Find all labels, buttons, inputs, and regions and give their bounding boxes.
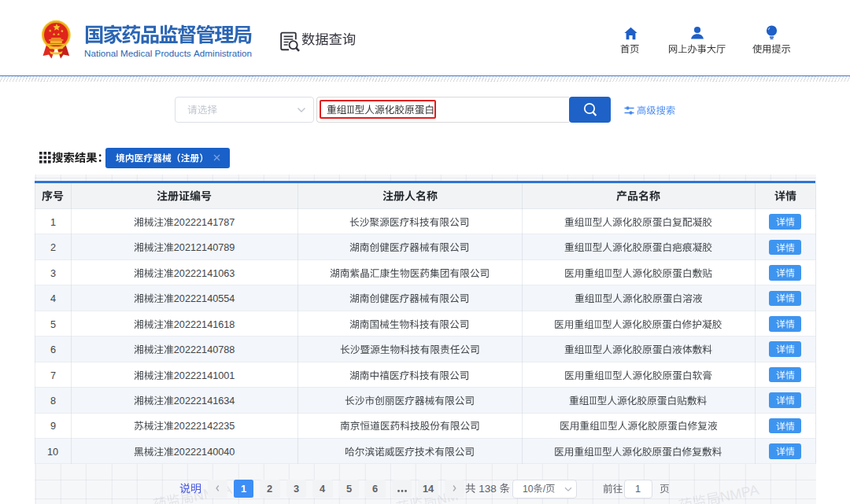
svg-text:/: / [543,484,546,495]
svg-text:1: 1 [241,483,246,495]
svg-text:20222140788: 20222140788 [174,344,235,355]
svg-text:10: 10 [47,447,58,458]
svg-text:5: 5 [50,319,56,330]
svg-text:5: 5 [346,483,352,495]
svg-text:4: 4 [320,483,326,495]
svg-text:2: 2 [267,483,272,495]
svg-text:20222141618: 20222141618 [174,319,235,330]
svg-text:8: 8 [50,395,56,407]
svg-text:20222142235: 20222142235 [174,421,235,432]
svg-text:10: 10 [523,484,534,495]
svg-text:138: 138 [479,483,497,495]
svg-text:1: 1 [635,484,641,495]
svg-text:20222141634: 20222141634 [174,395,235,407]
svg-text:7: 7 [50,370,56,381]
svg-text:Products: Products [155,48,191,58]
svg-text:20222141787: 20222141787 [174,217,235,228]
svg-text:20222141063: 20222141063 [174,268,235,279]
svg-text:3: 3 [50,268,56,279]
svg-text:6: 6 [372,483,378,495]
svg-text:Administration: Administration [194,48,252,58]
svg-text:4: 4 [50,293,56,304]
svg-text:2: 2 [50,242,56,253]
svg-text:National: National [84,48,118,58]
svg-text:9: 9 [50,421,56,432]
svg-text:1: 1 [50,217,56,228]
svg-text:20222140040: 20222140040 [174,447,235,458]
svg-text:20222140554: 20222140554 [174,293,235,304]
svg-text:6: 6 [50,344,56,355]
svg-text:Medical: Medical [120,48,152,58]
svg-text:14: 14 [423,483,434,495]
svg-text:3: 3 [294,483,299,495]
svg-text:20212140789: 20212140789 [174,242,235,253]
svg-text:20222141001: 20222141001 [174,370,235,381]
